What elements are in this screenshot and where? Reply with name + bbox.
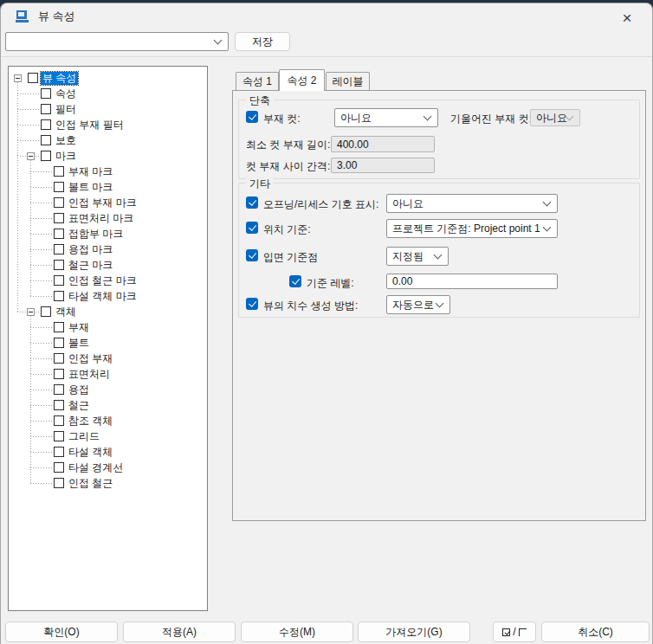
elevation-datum-checkbox[interactable] <box>246 249 258 261</box>
part-cut-dropdown[interactable]: 아니요 <box>334 108 438 127</box>
tree-item-label[interactable]: 객체 <box>54 306 78 319</box>
modify-button[interactable]: 수정(M) <box>241 621 353 642</box>
tree-item-label[interactable]: 필터 <box>54 103 78 116</box>
tree-item-label[interactable]: 철근 마크 <box>67 259 114 272</box>
tree-checkbox[interactable] <box>41 88 51 99</box>
tree-item-label[interactable]: 인접 부재 필터 <box>54 119 126 132</box>
tree-checkbox[interactable] <box>54 431 64 441</box>
tree-item-label[interactable]: 참조 객체 <box>67 415 114 428</box>
tree-item-label[interactable]: 인접 철근 마크 <box>67 274 139 287</box>
min-cut-length-field[interactable]: 400.00 <box>331 136 435 152</box>
tab-label-tab[interactable]: 레이블 <box>326 72 370 91</box>
location-by-value: 프로젝트 기준점: Project point 1 <box>392 222 540 236</box>
tree-checkbox[interactable] <box>54 369 64 379</box>
tree-checkbox[interactable] <box>41 135 51 145</box>
tree-item-label[interactable]: 타설 객체 마크 <box>67 290 139 303</box>
tree-item-label[interactable]: 그리드 <box>67 430 101 443</box>
tab-properties-2[interactable]: 속성 2 <box>279 69 325 91</box>
tree-item-label[interactable]: 용접 마크 <box>67 243 114 256</box>
tree-item-label[interactable]: 속성 <box>54 87 78 100</box>
tree-checkbox[interactable] <box>54 229 64 239</box>
part-cut-checkbox[interactable] <box>246 111 258 123</box>
tree-checkbox[interactable] <box>54 478 64 488</box>
ok-button[interactable]: 확인(O) <box>5 621 118 642</box>
tree-item-label[interactable]: 부재 마크 <box>67 165 114 178</box>
datum-level-input[interactable]: 0.00 <box>386 274 558 289</box>
tree-guide-line <box>30 249 52 250</box>
tree-checkbox[interactable] <box>41 151 51 161</box>
tree-checkbox[interactable] <box>54 384 64 395</box>
location-by-checkbox[interactable] <box>246 222 258 234</box>
tree-guide-line <box>17 125 39 126</box>
tree-expander-collapse-icon[interactable] <box>27 152 35 160</box>
tree-item-label[interactable]: 보호 <box>54 134 78 147</box>
get-button[interactable]: 가져오기(G) <box>358 621 470 642</box>
tree-guide-line <box>30 218 52 219</box>
toggle-all-checkboxes-button[interactable]: / <box>493 621 536 642</box>
view-properties-dialog: 뷰 속성 × 저장 뷰 속성속성필터인접 부재 필터보호마크부재 마크볼트 마크… <box>0 3 653 644</box>
tree-checkbox[interactable] <box>54 291 64 301</box>
tree-checkbox[interactable] <box>41 119 51 130</box>
tree-checkbox[interactable] <box>54 447 64 457</box>
cancel-button[interactable]: 취소(C) <box>541 621 650 642</box>
tree-checkbox[interactable] <box>54 462 64 473</box>
tree-item-label[interactable]: 뷰 속성 <box>41 72 78 85</box>
tree-checkbox[interactable] <box>41 104 51 114</box>
tree-checkbox[interactable] <box>54 260 64 270</box>
slanted-cut-label: 기울어진 부재 컷: <box>450 112 532 126</box>
shortening-group: 단축 부재 컷: 아니요 기울어진 부재 컷: 아니요 최소 컷 부재 길이: … <box>238 100 640 179</box>
tree-item-label[interactable]: 표면처리 마크 <box>67 212 135 225</box>
tree-checkbox[interactable] <box>54 275 64 286</box>
dimension-method-checkbox[interactable] <box>246 298 258 310</box>
tree-checkbox[interactable] <box>28 73 38 83</box>
tree-checkbox[interactable] <box>54 166 64 177</box>
tree-checkbox[interactable] <box>54 415 64 426</box>
tree-checkbox[interactable] <box>54 322 64 332</box>
saved-settings-combobox[interactable] <box>5 32 229 51</box>
tree-item-label[interactable]: 용접 <box>67 383 91 396</box>
tree-item-label[interactable]: 볼트 <box>67 337 91 350</box>
other-group: 기타 오프닝/리세스 기호 표시: 아니요 위치 기준: 프로젝트 기준점: P… <box>238 183 640 318</box>
tree-checkbox[interactable] <box>54 182 64 192</box>
tree-expander-collapse-icon[interactable] <box>14 74 22 82</box>
location-by-dropdown[interactable]: 프로젝트 기준점: Project point 1 <box>386 219 558 238</box>
chevron-down-icon <box>543 198 552 207</box>
tree-checkbox[interactable] <box>54 338 64 348</box>
tree-expander-collapse-icon[interactable] <box>27 308 35 316</box>
tree-guide-line <box>30 187 52 188</box>
tree-item-label[interactable]: 타설 경계선 <box>67 461 125 474</box>
apply-button[interactable]: 적용(A) <box>123 621 236 642</box>
other-group-title: 기타 <box>246 177 274 191</box>
tree-checkbox[interactable] <box>54 197 64 208</box>
tree-item-label[interactable]: 타설 객체 <box>67 446 114 459</box>
tree-checkbox[interactable] <box>54 353 64 364</box>
tab-properties-1[interactable]: 속성 1 <box>236 72 279 91</box>
slanted-cut-dropdown[interactable]: 아니요 <box>530 109 580 126</box>
tree-item-label[interactable]: 볼트 마크 <box>67 181 114 194</box>
opening-symbol-dropdown[interactable]: 아니요 <box>386 194 558 213</box>
tree-item-label[interactable]: 철근 <box>67 399 91 412</box>
location-by-label: 위치 기준: <box>263 222 311 237</box>
tree-checkbox[interactable] <box>54 213 64 223</box>
datum-level-checkbox[interactable] <box>289 275 301 287</box>
tree-item-label[interactable]: 표면처리 <box>67 368 112 381</box>
tree-guide-line <box>30 234 52 235</box>
tree-guide-line <box>30 483 52 484</box>
dimension-method-dropdown[interactable]: 자동으로 <box>386 295 450 314</box>
save-button[interactable]: 저장 <box>235 32 290 51</box>
tree-item-label[interactable]: 마크 <box>54 150 78 163</box>
tree-item-label[interactable]: 부재 <box>67 321 91 334</box>
tree-guide-line <box>30 265 52 266</box>
tree-checkbox[interactable] <box>54 244 64 254</box>
tree-checkbox[interactable] <box>41 306 51 317</box>
opening-symbol-checkbox[interactable] <box>246 196 258 209</box>
tree-item-label[interactable]: 접합부 마크 <box>67 228 125 241</box>
cut-gap-field[interactable]: 3.00 <box>331 158 435 173</box>
tree-checkbox[interactable] <box>54 400 64 410</box>
shortening-group-title: 단축 <box>246 93 274 108</box>
close-button[interactable]: × <box>614 7 640 28</box>
tree-item-label[interactable]: 인접 부재 마크 <box>67 196 139 209</box>
tree-item-label[interactable]: 인접 철근 <box>67 477 114 490</box>
elevation-datum-dropdown[interactable]: 지정됨 <box>386 247 449 266</box>
tree-item-label[interactable]: 인접 부재 <box>67 352 114 365</box>
